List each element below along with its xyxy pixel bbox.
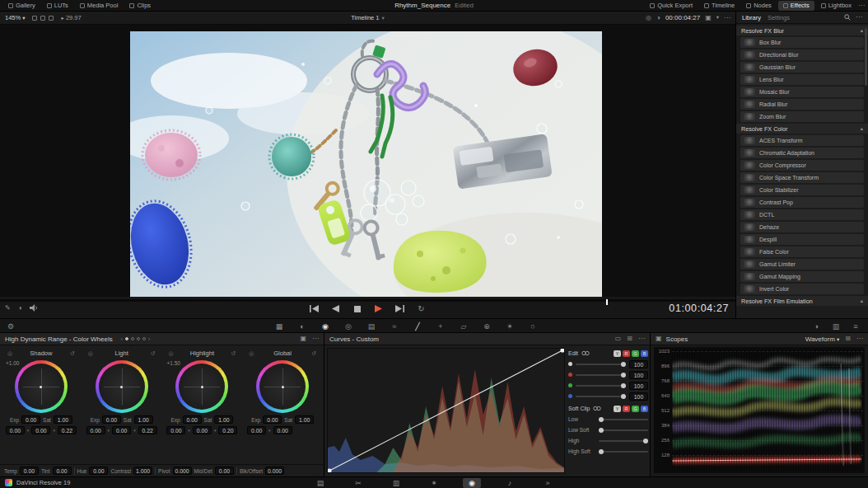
channel-y-button[interactable]: Y xyxy=(614,350,621,357)
wheel-x-value[interactable]: 0.00 xyxy=(247,426,266,434)
timeline-selector[interactable]: Timeline 1 ▾ xyxy=(351,14,385,21)
play-button[interactable] xyxy=(373,304,385,313)
target-icon[interactable]: ◎ xyxy=(169,350,174,357)
y-gain-value[interactable]: 100 xyxy=(629,360,648,368)
fx-item-d-c-t-l[interactable]: DCTL xyxy=(740,209,864,220)
fx-item-gaussian-blur[interactable]: Gaussian Blur xyxy=(740,62,864,73)
reset-icon[interactable]: ↺ xyxy=(70,350,75,357)
highlight-color-wheel[interactable] xyxy=(175,360,228,413)
scope-mode-select[interactable]: Waveform ▾ xyxy=(805,336,840,343)
y-gain-slider[interactable] xyxy=(576,364,626,365)
fx-item-invert-color[interactable]: Invert Color xyxy=(740,284,864,294)
single-viewer-icon[interactable] xyxy=(32,16,37,21)
exp-value[interactable]: 0.00 xyxy=(102,415,121,424)
playhead-marker[interactable] xyxy=(606,299,608,305)
fx-item-box-blur[interactable]: Box Blur xyxy=(740,37,864,48)
channel-r-button[interactable]: R xyxy=(623,350,630,357)
panel-expand-icon[interactable]: ▣ xyxy=(300,336,306,342)
light-color-wheel[interactable] xyxy=(96,360,148,413)
annotate-icon[interactable]: ✎ xyxy=(5,305,11,312)
nav-dot[interactable] xyxy=(137,337,140,340)
bypass-grade-icon[interactable]: ◎ xyxy=(646,15,651,21)
hdr-wheels-icon[interactable]: ◎ xyxy=(343,321,354,331)
sat-value[interactable]: 1.00 xyxy=(295,415,314,424)
falloff-value[interactable]: +1.50 xyxy=(167,360,180,366)
deliver-page-button[interactable]: » xyxy=(539,478,557,488)
wheel-page-nav[interactable]: ‹ › xyxy=(121,336,150,342)
chevron-down-icon[interactable]: ▾ xyxy=(716,15,719,21)
wheel-x-value[interactable]: 0.00 xyxy=(6,426,25,434)
panel-options-icon[interactable]: ⋯ xyxy=(312,336,319,342)
link-icon[interactable] xyxy=(581,350,590,356)
nav-left-icon[interactable]: ‹ xyxy=(121,336,123,342)
nav-dot[interactable] xyxy=(142,337,146,340)
softclip-g-button[interactable]: G xyxy=(632,406,639,412)
cut-page-button[interactable]: ✂ xyxy=(349,478,367,488)
fx-item-despill[interactable]: Despill xyxy=(740,234,864,245)
hue-value[interactable]: 0.00 xyxy=(89,467,108,475)
gallery-button[interactable]: Gallery xyxy=(3,1,40,11)
fusion-page-button[interactable]: ✶ xyxy=(425,478,443,488)
grid-viewer-icon[interactable] xyxy=(49,16,54,21)
fx-item-false-color[interactable]: False Color xyxy=(740,246,864,257)
effects-button[interactable]: Effects xyxy=(778,1,814,11)
falloff-value[interactable]: +1.00 xyxy=(6,360,19,366)
clips-button[interactable]: Clips xyxy=(124,1,156,11)
blkoffset-value[interactable]: 0.000 xyxy=(265,467,284,475)
channel-b-button[interactable]: B xyxy=(641,350,648,357)
panel-options-icon[interactable]: ⋯ xyxy=(638,336,645,342)
fx-item-color-compressor[interactable]: Color Compressor xyxy=(740,160,864,171)
tab-settings[interactable]: Settings xyxy=(768,14,790,21)
rgb-mixer-icon[interactable]: ▤ xyxy=(366,321,377,331)
pivot-value[interactable]: 0.000 xyxy=(173,467,192,475)
nav-dot[interactable] xyxy=(125,337,128,340)
fx-item-directional-blur[interactable]: Directional Blur xyxy=(740,49,864,60)
qualifier-icon[interactable]: + xyxy=(435,321,446,331)
link-icon[interactable] xyxy=(593,406,601,411)
target-icon[interactable]: ◎ xyxy=(7,350,12,357)
zoom-select[interactable]: 145% ▾ xyxy=(5,14,26,21)
scopes-toggle-icon[interactable]: ▥ xyxy=(830,321,842,331)
compare-icon[interactable]: ◑ xyxy=(18,305,22,312)
scopes-expand-icon[interactable]: ▣ xyxy=(656,336,662,342)
high-soft-slider[interactable] xyxy=(599,451,648,453)
loop-icon[interactable]: ↻ xyxy=(416,304,427,313)
high-slider[interactable] xyxy=(599,440,648,442)
softclip-y-button[interactable]: Y xyxy=(614,406,621,412)
panel-options-icon[interactable]: ⋯ xyxy=(856,336,863,342)
camera-raw-icon[interactable]: ▦ xyxy=(273,321,285,331)
softclip-r-button[interactable]: R xyxy=(623,406,630,412)
wheel-y-value[interactable]: 0.00 xyxy=(273,426,292,434)
sat-value[interactable]: 1.00 xyxy=(214,415,233,424)
exp-value[interactable]: 0.00 xyxy=(263,415,282,424)
effects-scrollbar[interactable] xyxy=(865,28,867,86)
more-options-icon[interactable]: ⋯ xyxy=(724,15,730,21)
edit-page-button[interactable]: ▥ xyxy=(387,478,405,488)
sat-value[interactable]: 1.00 xyxy=(54,415,72,424)
magic-mask-icon[interactable]: ✶ xyxy=(504,321,516,331)
wheel-y-value[interactable]: 0.00 xyxy=(193,426,212,434)
b-gain-slider[interactable] xyxy=(576,396,626,397)
wipe-icon[interactable]: ◑ xyxy=(656,15,660,21)
wheel-z-value[interactable]: 0.22 xyxy=(138,426,157,434)
fx-item-contrast-pop[interactable]: Contrast Pop xyxy=(740,197,864,208)
curves-grid-icon[interactable]: ⊞ xyxy=(627,336,632,342)
nav-dot[interactable] xyxy=(131,337,134,340)
split-viewer-icon[interactable] xyxy=(40,16,45,21)
b-gain-value[interactable]: 100 xyxy=(629,392,648,401)
nav-right-icon[interactable]: › xyxy=(148,336,150,342)
fx-item-zoom-blur[interactable]: Zoom Blur xyxy=(740,111,864,122)
gear-icon[interactable]: ⚙ xyxy=(5,321,16,331)
wheel-z-value[interactable]: 0.20 xyxy=(218,426,237,434)
fx-item-aces-transform[interactable]: ACES Transform xyxy=(740,135,864,146)
quick-export-button[interactable]: Quick Export xyxy=(645,1,698,11)
wheel-y-value[interactable]: 0.00 xyxy=(112,426,131,434)
g-gain-slider[interactable] xyxy=(576,385,626,387)
mixer-icon[interactable]: ≡ xyxy=(850,321,861,331)
section-resolve-fx-blur[interactable]: Resolve FX Blur▴ xyxy=(736,26,868,35)
exp-value[interactable]: 0.00 xyxy=(183,415,202,424)
g-gain-value[interactable]: 100 xyxy=(629,382,648,390)
fairlight-page-button[interactable]: ♪ xyxy=(501,478,519,488)
r-gain-slider[interactable] xyxy=(576,374,626,376)
low-slider[interactable] xyxy=(599,419,648,420)
